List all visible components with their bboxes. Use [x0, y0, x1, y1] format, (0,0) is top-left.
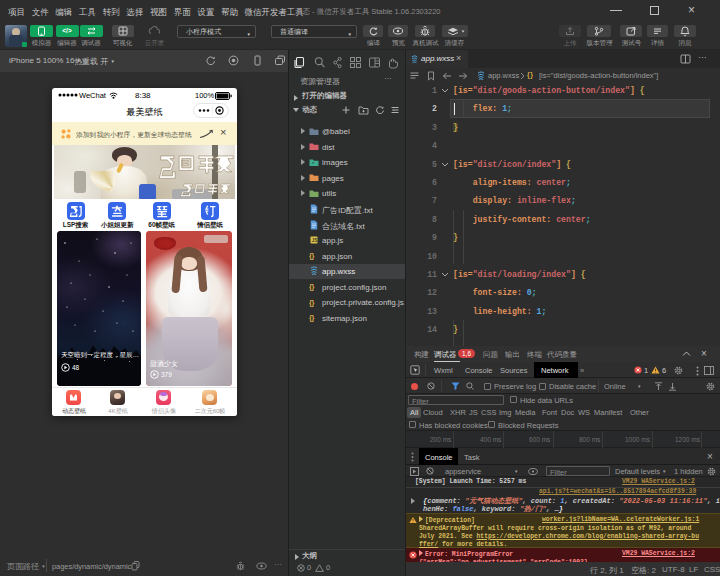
svg-text:JS: JS — [312, 237, 318, 243]
svg-text:48: 48 — [72, 364, 80, 371]
svg-text:379: 379 — [161, 371, 172, 378]
